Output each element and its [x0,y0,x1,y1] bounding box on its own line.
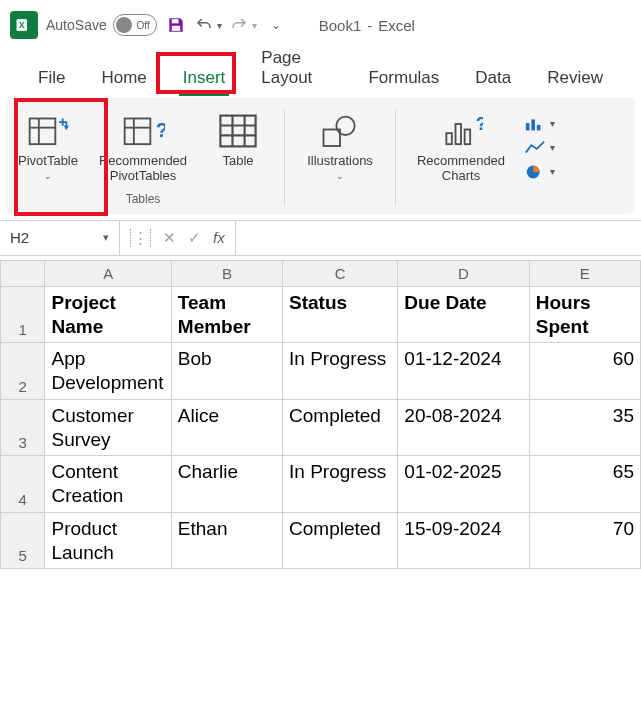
tab-file[interactable]: File [30,62,73,98]
svg-text:?: ? [156,118,165,140]
cancel-icon[interactable]: ✕ [163,229,176,247]
autosave-label: AutoSave [46,17,107,33]
svg-rect-21 [465,129,470,144]
svg-rect-2 [172,19,179,23]
cell[interactable]: Customer Survey [45,399,171,456]
cell[interactable]: 60 [529,343,640,400]
svg-rect-8 [125,118,151,144]
formula-input[interactable] [236,221,641,255]
recommended-charts-button[interactable]: ? Recommended Charts [406,106,516,190]
chevron-down-icon: ▾ [103,231,109,244]
svg-text:?: ? [476,113,483,133]
cell[interactable]: 20-08-2024 [398,399,529,456]
tab-data[interactable]: Data [467,62,519,98]
cell[interactable]: 01-12-2024 [398,343,529,400]
qat-customize-icon[interactable]: ⌄ [265,18,287,32]
cell[interactable]: Content Creation [45,456,171,513]
table-row: 1 Project Name Team Member Status Due Da… [1,286,641,343]
cell[interactable]: Charlie [171,456,282,513]
document-title: Book1 - Excel [319,17,415,34]
line-chart-button[interactable]: ▾ [524,139,555,157]
cell[interactable]: Ethan [171,512,282,569]
table-row: 3 Customer Survey Alice Completed 20-08-… [1,399,641,456]
cell[interactable]: Completed [283,512,398,569]
row-header[interactable]: 5 [1,512,45,569]
col-header-B[interactable]: B [171,260,282,286]
tab-review[interactable]: Review [539,62,611,98]
tab-page-layout[interactable]: Page Layout [253,42,340,98]
excel-app-icon: X [10,11,38,39]
illustrations-icon [318,112,362,150]
recommended-charts-icon: ? [439,112,483,150]
cell[interactable]: 65 [529,456,640,513]
ribbon-group-charts: ? Recommended Charts ▾ ▾ ▾ [406,106,559,210]
svg-rect-23 [526,123,530,130]
row-header[interactable]: 1 [1,286,45,343]
table-row: 2 App Development Bob In Progress 01-12-… [1,343,641,400]
cell[interactable]: Hours Spent [529,286,640,343]
svg-rect-25 [537,125,541,131]
svg-rect-12 [220,116,255,147]
select-all-corner[interactable] [1,260,45,286]
cell[interactable]: In Progress [283,456,398,513]
svg-point-17 [336,116,354,134]
row-header[interactable]: 4 [1,456,45,513]
table-icon [216,112,260,150]
col-header-A[interactable]: A [45,260,171,286]
svg-text:X: X [19,21,25,30]
col-header-D[interactable]: D [398,260,529,286]
chevron-down-icon: ⌄ [336,171,344,181]
row-header[interactable]: 3 [1,399,45,456]
highlight-pivottable [14,98,108,216]
cell[interactable]: In Progress [283,343,398,400]
cell[interactable]: Status [283,286,398,343]
ribbon-separator [395,110,396,206]
cell[interactable]: Team Member [171,286,282,343]
ribbon-tabs: File Home Insert Page Layout Formulas Da… [0,50,641,98]
recommended-pivot-icon: ? [121,112,165,150]
ribbon-group-label-tables: Tables [126,192,161,210]
svg-rect-3 [172,26,180,31]
row-header[interactable]: 2 [1,343,45,400]
svg-rect-24 [531,119,535,130]
autosave-toggle[interactable]: Off [113,14,157,36]
cell[interactable]: Product Launch [45,512,171,569]
tab-home[interactable]: Home [93,62,154,98]
illustrations-button[interactable]: Illustrations ⌄ [295,106,385,187]
ribbon-group-illustrations: Illustrations ⌄ [295,106,385,207]
col-header-E[interactable]: E [529,260,640,286]
worksheet-grid[interactable]: A B C D E 1 Project Name Team Member Sta… [0,260,641,570]
svg-rect-19 [446,133,451,144]
cell[interactable]: Due Date [398,286,529,343]
undo-button[interactable]: ▾ [195,16,222,34]
table-button[interactable]: Table [202,106,274,190]
chart-type-gallery: ▾ ▾ ▾ [520,106,559,190]
column-chart-button[interactable]: ▾ [524,115,555,133]
table-row: 4 Content Creation Charlie In Progress 0… [1,456,641,513]
formula-bar: H2 ▾ ⋮ ✕ ✓ fx [0,220,641,256]
table-row: 5 Product Launch Ethan Completed 15-09-2… [1,512,641,569]
cell[interactable]: 15-09-2024 [398,512,529,569]
fx-icon[interactable]: fx [213,229,225,246]
cell[interactable]: 70 [529,512,640,569]
cell[interactable]: Bob [171,343,282,400]
formula-controls: ⋮ ✕ ✓ fx [120,221,236,255]
cell[interactable]: 01-02-2025 [398,456,529,513]
cell[interactable]: Project Name [45,286,171,343]
highlight-insert-tab [156,52,236,94]
svg-rect-20 [456,124,461,144]
cell[interactable]: 35 [529,399,640,456]
pie-chart-button[interactable]: ▾ [524,163,555,181]
name-box[interactable]: H2 ▾ [0,221,120,255]
expand-icon[interactable]: ⋮ [130,229,151,247]
ribbon-separator [284,110,285,206]
cell[interactable]: Alice [171,399,282,456]
save-icon[interactable] [165,14,187,36]
col-header-C[interactable]: C [283,260,398,286]
redo-button[interactable]: ▾ [230,16,257,34]
tab-formulas[interactable]: Formulas [360,62,447,98]
autosave-group: AutoSave Off [46,14,157,36]
confirm-icon[interactable]: ✓ [188,229,201,247]
cell[interactable]: App Development [45,343,171,400]
cell[interactable]: Completed [283,399,398,456]
